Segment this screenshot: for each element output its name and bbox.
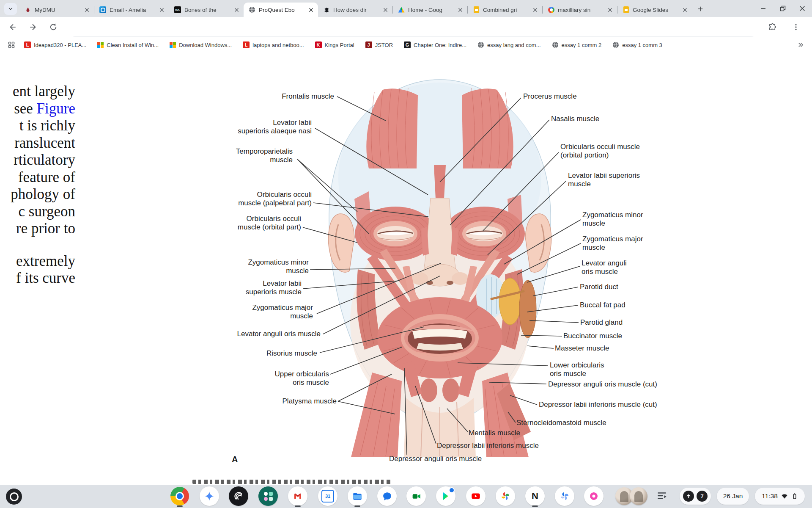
- bookmark-label: Kings Portal: [325, 42, 354, 48]
- bookmarks-overflow-button[interactable]: [798, 41, 804, 48]
- bookmark-essay-comm3[interactable]: essay 1 comm 3: [612, 41, 662, 48]
- bookmark-download-windows[interactable]: Download Windows...: [170, 42, 232, 48]
- tab-search-button[interactable]: [4, 3, 17, 15]
- restore-button[interactable]: [773, 0, 793, 17]
- figure-panel-letter: A: [232, 455, 238, 464]
- bookmark-label: Clean Install of Win...: [107, 42, 159, 48]
- tab-close-icon[interactable]: [531, 6, 539, 14]
- figure-label: Zygomaticus major muscle: [582, 235, 643, 251]
- bookmark-essay-comm2[interactable]: essay 1 comm 2: [552, 41, 602, 48]
- tab-title: Email - Amelia: [110, 7, 154, 13]
- tab-close-icon[interactable]: [606, 6, 614, 14]
- photos-pinwheel-icon[interactable]: [496, 486, 515, 506]
- tab-how-does[interactable]: How does dir: [318, 3, 392, 17]
- tab-combined-grid[interactable]: Combined gri: [468, 3, 542, 17]
- reload-icon: [49, 22, 58, 32]
- minimize-button[interactable]: [754, 0, 773, 17]
- gmail-icon[interactable]: [288, 486, 307, 506]
- tab-close-icon[interactable]: [681, 6, 689, 14]
- bookmarks-divider: [18, 41, 18, 49]
- tab-google-slides[interactable]: Google Slides: [617, 3, 692, 17]
- arcs-app-icon[interactable]: [229, 486, 248, 506]
- browser-menu-button[interactable]: [790, 21, 802, 33]
- extensions-button[interactable]: [766, 21, 778, 33]
- flame-icon: [25, 6, 31, 13]
- tab-close-icon[interactable]: [381, 6, 389, 14]
- tab-d2l[interactable]: D2L Bones of the: [169, 3, 244, 17]
- tab-email[interactable]: Email - Amelia: [94, 3, 169, 17]
- microsoft-icon: [170, 42, 176, 48]
- figure-label: Levator anguli oris muscle: [237, 330, 321, 338]
- microsoft-icon: [97, 42, 104, 48]
- gemini-icon[interactable]: [200, 486, 219, 506]
- bookmark-essay-lang[interactable]: essay lang and com...: [477, 41, 540, 48]
- globe-icon: [612, 41, 619, 48]
- window-controls: [754, 0, 812, 17]
- bookmark-clean-install[interactable]: Clean Install of Win...: [97, 42, 159, 48]
- notifications-tray[interactable]: 7: [680, 488, 711, 505]
- figure-label: Depressor anguli oris muscle: [389, 455, 482, 463]
- three-dot-menu-icon: [792, 23, 800, 31]
- youtube-icon[interactable]: [466, 486, 486, 506]
- tab-maxilliary[interactable]: maxilliary sin: [543, 3, 617, 17]
- new-tab-button[interactable]: [694, 3, 706, 15]
- messages-icon[interactable]: [377, 486, 397, 506]
- figure-label: Levator labii superioris muscle: [246, 279, 302, 296]
- bookmark-jstor[interactable]: J JSTOR: [365, 41, 393, 48]
- blue-pinwheel-app-icon[interactable]: [555, 486, 574, 506]
- jstor-letter-icon: J: [365, 41, 372, 48]
- figure-label: Orbicularis occuli muscle (orbital porti…: [560, 143, 640, 159]
- tab-close-icon[interactable]: [456, 6, 464, 14]
- forward-button[interactable]: [27, 21, 39, 33]
- globe-icon: [552, 41, 559, 48]
- tab-mydmu[interactable]: MyDMU: [19, 3, 94, 17]
- tab-title: Bones of the: [184, 7, 229, 13]
- tab-close-icon[interactable]: [233, 6, 240, 14]
- tab-title: Google Slides: [633, 7, 678, 13]
- playlist-queue-icon[interactable]: [656, 490, 667, 501]
- wifi-icon: [781, 492, 788, 500]
- tab-close-icon[interactable]: [307, 6, 315, 14]
- bookmark-label: essay 1 comm 2: [562, 42, 602, 48]
- tab-drive-home[interactable]: Home - Goog: [393, 3, 467, 17]
- bookmark-ideapad[interactable]: L Ideapad320 - PLEA...: [24, 41, 86, 48]
- tab-proquest-active[interactable]: ProQuest Ebo: [244, 3, 318, 17]
- figure-label: Levator labii superioris alaeque nasi: [238, 119, 312, 135]
- notification-dot: [449, 487, 455, 493]
- bookmark-kings-portal[interactable]: K Kings Portal: [315, 41, 354, 48]
- pink-app-icon[interactable]: [584, 486, 604, 506]
- update-arrow-icon: [683, 491, 694, 502]
- files-icon[interactable]: [348, 486, 367, 506]
- calendar-icon[interactable]: 31: [318, 486, 337, 506]
- apps-grid-button[interactable]: [8, 41, 15, 49]
- globe-icon: [477, 41, 484, 48]
- avatar[interactable]: [630, 487, 647, 505]
- bookmark-laptops[interactable]: L laptops and netboo...: [243, 41, 304, 48]
- back-icon: [8, 22, 17, 32]
- bookmark-chapter-one[interactable]: G Chapter One: Indire...: [404, 41, 466, 48]
- tab-close-icon[interactable]: [158, 6, 165, 14]
- outlook-icon: [99, 6, 106, 13]
- reload-button[interactable]: [47, 21, 59, 33]
- figure-label: Levator anguli oris muscle: [582, 259, 627, 276]
- play-store-icon[interactable]: [436, 486, 455, 506]
- chrome-icon[interactable]: [170, 486, 189, 506]
- running-indicator: [295, 505, 301, 507]
- back-button[interactable]: [7, 21, 19, 33]
- shapes-app-icon[interactable]: [258, 486, 278, 506]
- date-tray[interactable]: 26 Jan: [717, 488, 749, 505]
- figure-label: Frontalis muscle: [282, 92, 334, 101]
- d2l-icon: D2L: [174, 6, 181, 13]
- tab-close-icon[interactable]: [83, 6, 91, 14]
- notion-icon[interactable]: N: [525, 486, 545, 506]
- figure-link[interactable]: Figure: [37, 100, 75, 117]
- status-tray[interactable]: 11:38: [755, 488, 805, 505]
- figure-label: Buccinator muscle: [563, 332, 622, 340]
- tab-title: Combined gri: [483, 7, 528, 13]
- camera-meet-icon[interactable]: [406, 486, 426, 506]
- figure-label: Depressor labii inferioris muscle: [437, 442, 539, 450]
- text-line: see Figure: [0, 100, 75, 118]
- launcher-button[interactable]: [6, 489, 22, 505]
- figure-label: Mentalis muscle: [469, 429, 520, 437]
- close-window-button[interactable]: [793, 0, 812, 17]
